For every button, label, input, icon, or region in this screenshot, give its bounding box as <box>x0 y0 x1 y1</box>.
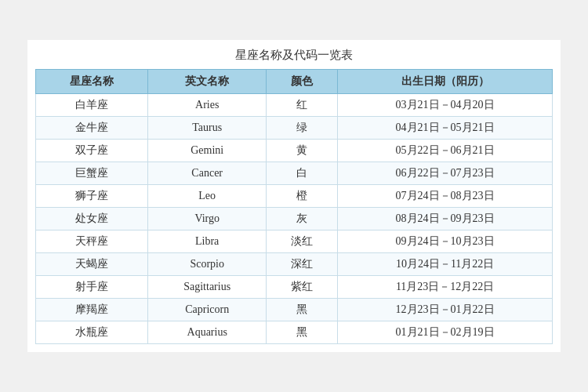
cell-dates: 09月24日－10月23日 <box>338 230 553 253</box>
table-row: 狮子座Leo橙07月24日－08月23日 <box>36 185 553 208</box>
cell-color: 黄 <box>267 140 338 162</box>
cell-english: Taurus <box>148 117 267 140</box>
cell-chinese: 水瓶座 <box>36 321 148 344</box>
table-row: 射手座Sagittarius紫红11月23日－12月22日 <box>36 276 553 299</box>
cell-dates: 08月24日－09月23日 <box>338 208 553 230</box>
cell-dates: 04月21日－05月21日 <box>338 117 553 140</box>
cell-color: 黑 <box>267 321 338 344</box>
cell-dates: 05月22日－06月21日 <box>338 140 553 162</box>
cell-color: 红 <box>267 94 338 117</box>
table-row: 水瓶座Aquarius黑01月21日－02月19日 <box>36 321 553 344</box>
cell-dates: 07月24日－08月23日 <box>338 185 553 208</box>
col-header-english: 英文名称 <box>148 70 267 94</box>
page-title: 星座名称及代码一览表 <box>35 48 553 63</box>
table-row: 天秤座Libra淡红09月24日－10月23日 <box>36 230 553 253</box>
col-header-dates: 出生日期（阳历） <box>338 70 553 94</box>
cell-color: 白 <box>267 162 338 185</box>
col-header-chinese: 星座名称 <box>36 70 148 94</box>
cell-chinese: 射手座 <box>36 276 148 299</box>
table-row: 金牛座Taurus绿04月21日－05月21日 <box>36 117 553 140</box>
cell-chinese: 巨蟹座 <box>36 162 148 185</box>
main-container: 星座名称及代码一览表 星座名称 英文名称 颜色 出生日期（阳历） 白羊座Arie… <box>27 40 561 352</box>
cell-english: Scorpio <box>148 253 267 276</box>
cell-color: 淡红 <box>267 230 338 253</box>
cell-dates: 03月21日－04月20日 <box>338 94 553 117</box>
cell-chinese: 摩羯座 <box>36 299 148 321</box>
cell-chinese: 双子座 <box>36 140 148 162</box>
cell-english: Capricorn <box>148 299 267 321</box>
table-row: 摩羯座Capricorn黑12月23日－01月22日 <box>36 299 553 321</box>
cell-chinese: 狮子座 <box>36 185 148 208</box>
cell-color: 紫红 <box>267 276 338 299</box>
table-row: 天蝎座Scorpio深红10月24日－11月22日 <box>36 253 553 276</box>
cell-english: Aquarius <box>148 321 267 344</box>
cell-english: Virgo <box>148 208 267 230</box>
cell-dates: 06月22日－07月23日 <box>338 162 553 185</box>
cell-chinese: 金牛座 <box>36 117 148 140</box>
table-row: 白羊座Aries红03月21日－04月20日 <box>36 94 553 117</box>
cell-dates: 11月23日－12月22日 <box>338 276 553 299</box>
cell-color: 绿 <box>267 117 338 140</box>
cell-color: 黑 <box>267 299 338 321</box>
cell-color: 深红 <box>267 253 338 276</box>
table-row: 巨蟹座Cancer白06月22日－07月23日 <box>36 162 553 185</box>
zodiac-table: 星座名称 英文名称 颜色 出生日期（阳历） 白羊座Aries红03月21日－04… <box>35 69 553 344</box>
cell-english: Sagittarius <box>148 276 267 299</box>
cell-english: Leo <box>148 185 267 208</box>
cell-chinese: 天秤座 <box>36 230 148 253</box>
table-row: 双子座Gemini黄05月22日－06月21日 <box>36 140 553 162</box>
cell-chinese: 天蝎座 <box>36 253 148 276</box>
cell-color: 灰 <box>267 208 338 230</box>
cell-chinese: 白羊座 <box>36 94 148 117</box>
cell-chinese: 处女座 <box>36 208 148 230</box>
cell-dates: 10月24日－11月22日 <box>338 253 553 276</box>
cell-english: Aries <box>148 94 267 117</box>
cell-english: Gemini <box>148 140 267 162</box>
cell-dates: 01月21日－02月19日 <box>338 321 553 344</box>
cell-english: Cancer <box>148 162 267 185</box>
table-header-row: 星座名称 英文名称 颜色 出生日期（阳历） <box>36 70 553 94</box>
table-row: 处女座Virgo灰08月24日－09月23日 <box>36 208 553 230</box>
cell-dates: 12月23日－01月22日 <box>338 299 553 321</box>
col-header-color: 颜色 <box>267 70 338 94</box>
cell-english: Libra <box>148 230 267 253</box>
cell-color: 橙 <box>267 185 338 208</box>
